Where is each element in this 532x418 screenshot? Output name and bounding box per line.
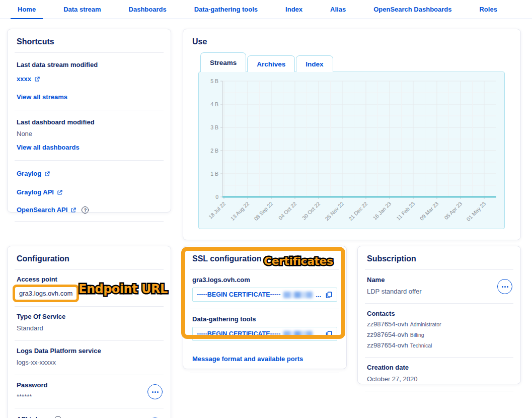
divider xyxy=(365,357,513,358)
subscription-name-label: Name xyxy=(367,276,511,284)
ldp-service-label: Logs Data Platform service xyxy=(17,347,162,355)
message-format-link[interactable]: Message format and available ports xyxy=(192,355,303,363)
nav-tab-opensearch-dashboards[interactable]: OpenSearch Dashboards xyxy=(366,0,459,19)
use-title: Use xyxy=(192,37,511,46)
external-link-icon xyxy=(34,76,40,82)
creation-date-label: Creation date xyxy=(367,364,511,371)
subscription-name-value: LDP standard offer xyxy=(367,288,422,295)
nav-tab-dashboards[interactable]: Dashboards xyxy=(122,0,174,19)
divider xyxy=(15,408,164,408)
svg-text:05 Apr 23: 05 Apr 23 xyxy=(443,200,463,221)
certificate-ellipsis: ... xyxy=(316,291,321,299)
copy-icon[interactable] xyxy=(325,291,333,299)
svg-text:13 Aug 22: 13 Aug 22 xyxy=(229,200,250,222)
graylog-link-label: Graylog xyxy=(17,170,41,177)
configuration-card: Configuration Access point gra3.logs.ovh… xyxy=(7,246,171,418)
contact-role: Billing xyxy=(410,332,424,338)
divider xyxy=(15,340,164,341)
svg-text:04 Oct 22: 04 Oct 22 xyxy=(277,200,298,221)
certificate-field[interactable]: -----BEGIN CERTIFICATE----- ... xyxy=(192,327,337,341)
certificate-redacted-blur xyxy=(283,331,313,337)
certificate-text: -----BEGIN CERTIFICATE----- xyxy=(197,330,280,337)
subscription-title: Subscription xyxy=(367,254,511,263)
opensearch-api-link[interactable]: OpenSearch API xyxy=(17,206,77,214)
nav-tab-alias[interactable]: Alias xyxy=(323,0,353,19)
svg-text:25 Nov 22: 25 Nov 22 xyxy=(324,200,345,222)
help-icon[interactable] xyxy=(82,206,89,214)
contacts-label: Contacts xyxy=(367,310,511,317)
svg-text:1 B: 1 B xyxy=(210,171,218,177)
password-label: Password xyxy=(17,381,162,389)
ssl-tools-label: Data-gathering tools xyxy=(192,315,337,323)
divider xyxy=(190,309,339,309)
divider xyxy=(15,306,164,307)
svg-text:09 Mar 23: 09 Mar 23 xyxy=(418,200,439,222)
subscription-card: Subscription Name LDP standard offer Con… xyxy=(357,246,521,384)
password-menu-button[interactable] xyxy=(147,384,163,399)
ldp-service-value: logs-xx-xxxxx xyxy=(17,359,56,366)
contact-row: zz987654-ovhTechnical xyxy=(367,341,511,349)
copy-icon[interactable] xyxy=(325,330,333,338)
divider xyxy=(15,160,164,161)
ellipsis-icon xyxy=(504,286,506,288)
configuration-title: Configuration xyxy=(17,254,162,263)
help-icon[interactable] xyxy=(54,416,61,418)
usage-chart-tabs: Streams Archives Index xyxy=(200,52,520,72)
certificate-ellipsis: ... xyxy=(316,330,321,338)
svg-text:08 Sep 22: 08 Sep 22 xyxy=(253,200,274,222)
top-navigation: Home Data stream Dashboards Data-gatheri… xyxy=(0,0,532,19)
certificate-text: -----BEGIN CERTIFICATE----- xyxy=(197,291,280,298)
divider xyxy=(365,303,513,304)
usage-chart: 01 B2 B3 B4 B5 B18 Jul 2213 Aug 2208 Sep… xyxy=(199,72,505,230)
svg-text:5 B: 5 B xyxy=(210,78,218,84)
nav-tab-data-gathering-tools[interactable]: Data-gathering tools xyxy=(187,0,265,19)
contact-role: Administrator xyxy=(410,321,441,327)
nav-tab-data-stream[interactable]: Data stream xyxy=(56,0,108,19)
view-all-dashboards-link[interactable]: View all dashboards xyxy=(17,144,80,151)
ssl-title: SSL configuration xyxy=(192,254,337,263)
last-stream-link[interactable]: xxxx xyxy=(17,75,40,83)
nav-tab-index[interactable]: Index xyxy=(278,0,310,19)
divider xyxy=(365,269,513,270)
divider xyxy=(365,391,513,391)
access-point-value: gra3.logs.ovh.com xyxy=(19,290,72,297)
nav-tab-roles[interactable]: Roles xyxy=(472,0,504,19)
last-dashboard-label: Last dashboard modified xyxy=(17,118,95,126)
tab-index[interactable]: Index xyxy=(296,55,333,72)
certificate-field[interactable]: -----BEGIN CERTIFICATE----- ... xyxy=(192,288,337,302)
shortcuts-card: Shortcuts Last data stream modified xxxx… xyxy=(7,29,171,213)
contact-row: zz987654-ovhAdministrator xyxy=(367,320,511,328)
subscription-name-menu-button[interactable] xyxy=(497,279,512,294)
access-point-highlight-frame: gra3.logs.ovh.com xyxy=(13,285,79,302)
tab-streams[interactable]: Streams xyxy=(200,52,246,72)
svg-text:21 Dec 22: 21 Dec 22 xyxy=(347,200,368,222)
divider xyxy=(190,373,339,373)
password-value: ****** xyxy=(17,393,32,400)
view-all-streams-link[interactable]: View all streams xyxy=(17,93,67,101)
svg-text:30 Oct 22: 30 Oct 22 xyxy=(301,200,322,221)
shortcuts-title: Shortcuts xyxy=(17,37,162,46)
graylog-api-link[interactable]: Graylog API xyxy=(17,188,63,196)
divider xyxy=(15,375,164,375)
certificate-redacted-blur xyxy=(283,292,313,298)
svg-text:2 B: 2 B xyxy=(210,148,218,154)
contact-id: zz987654-ovh xyxy=(367,331,408,338)
external-link-icon xyxy=(57,189,63,195)
divider xyxy=(190,269,339,270)
graylog-link[interactable]: Graylog xyxy=(17,170,50,177)
external-link-icon xyxy=(70,207,77,213)
last-stream-label: Last data stream modified xyxy=(17,61,98,68)
svg-text:18 Jul 22: 18 Jul 22 xyxy=(207,200,227,220)
svg-text:01 May 23: 01 May 23 xyxy=(465,200,487,222)
divider xyxy=(15,110,164,110)
contact-id: zz987654-ovh xyxy=(367,341,408,349)
ellipsis-icon xyxy=(155,391,156,393)
divider xyxy=(15,221,164,222)
last-stream-link-label: xxxx xyxy=(17,75,31,83)
contact-row: zz987654-ovhBilling xyxy=(367,331,511,338)
nav-tab-home[interactable]: Home xyxy=(11,0,43,19)
tab-archives[interactable]: Archives xyxy=(247,55,295,72)
ssl-endpoint-label: gra3.logs.ovh.com xyxy=(192,276,337,284)
contact-role: Technical xyxy=(410,342,432,349)
access-point-label: Access point xyxy=(17,275,162,283)
